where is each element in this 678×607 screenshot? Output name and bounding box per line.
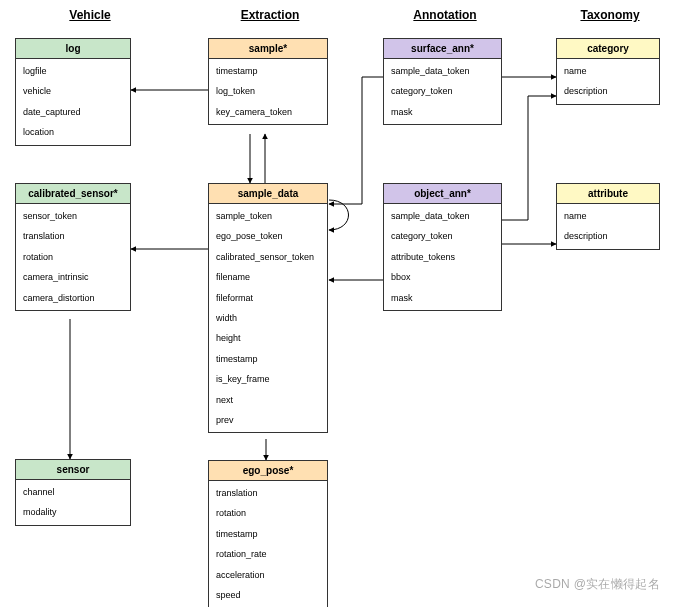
col-header-vehicle: Vehicle <box>40 8 140 22</box>
field: location <box>16 122 130 142</box>
field: rotation_rate <box>209 544 327 564</box>
field: mask <box>384 102 501 122</box>
field: sample_data_token <box>384 61 501 81</box>
entity-category-fields: name description <box>557 59 659 104</box>
entity-sensor: sensor channel modality <box>15 459 131 526</box>
col-header-extraction: Extraction <box>220 8 320 22</box>
entity-category-title: category <box>557 39 659 59</box>
entity-sensor-title: sensor <box>16 460 130 480</box>
field: category_token <box>384 81 501 101</box>
field: rotation <box>209 503 327 523</box>
entity-sample-fields: timestamp log_token key_camera_token <box>209 59 327 124</box>
field: calibrated_sensor_token <box>209 247 327 267</box>
field: description <box>557 81 659 101</box>
field: camera_intrinsic <box>16 267 130 287</box>
field: vehicle <box>16 81 130 101</box>
field: acceleration <box>209 565 327 585</box>
field: translation <box>16 226 130 246</box>
entity-sample-data-fields: sample_token ego_pose_token calibrated_s… <box>209 204 327 432</box>
field: ego_pose_token <box>209 226 327 246</box>
entity-surface-ann: surface_ann* sample_data_token category_… <box>383 38 502 125</box>
entity-sample-data-title: sample_data <box>209 184 327 204</box>
entity-sample-data: sample_data sample_token ego_pose_token … <box>208 183 328 433</box>
field: modality <box>16 502 130 522</box>
field: name <box>557 61 659 81</box>
field: channel <box>16 482 130 502</box>
entity-ego-pose: ego_pose* translation rotation timestamp… <box>208 460 328 607</box>
field: speed <box>209 585 327 605</box>
entity-calibrated-sensor-fields: sensor_token translation rotation camera… <box>16 204 130 310</box>
entity-category: category name description <box>556 38 660 105</box>
entity-ego-pose-fields: translation rotation timestamp rotation_… <box>209 481 327 607</box>
col-header-taxonomy: Taxonomy <box>560 8 660 22</box>
field: timestamp <box>209 524 327 544</box>
field: filename <box>209 267 327 287</box>
field: sensor_token <box>16 206 130 226</box>
field: next <box>209 390 327 410</box>
field: timestamp <box>209 61 327 81</box>
entity-object-ann-title: object_ann* <box>384 184 501 204</box>
field: timestamp <box>209 349 327 369</box>
field: name <box>557 206 659 226</box>
entity-surface-ann-title: surface_ann* <box>384 39 501 59</box>
field: attribute_tokens <box>384 247 501 267</box>
field: bbox <box>384 267 501 287</box>
entity-sample: sample* timestamp log_token key_camera_t… <box>208 38 328 125</box>
entity-calibrated-sensor-title: calibrated_sensor* <box>16 184 130 204</box>
entity-attribute-title: attribute <box>557 184 659 204</box>
watermark-text: CSDN @实在懒得起名 <box>535 576 660 593</box>
field: logfile <box>16 61 130 81</box>
field: sample_data_token <box>384 206 501 226</box>
entity-log-title: log <box>16 39 130 59</box>
entity-sample-title: sample* <box>209 39 327 59</box>
field: category_token <box>384 226 501 246</box>
entity-log: log logfile vehicle date_captured locati… <box>15 38 131 146</box>
entity-attribute-fields: name description <box>557 204 659 249</box>
entity-object-ann-fields: sample_data_token category_token attribu… <box>384 204 501 310</box>
field: fileformat <box>209 288 327 308</box>
field: camera_distortion <box>16 288 130 308</box>
field: height <box>209 328 327 348</box>
field: rotation <box>16 247 130 267</box>
entity-object-ann: object_ann* sample_data_token category_t… <box>383 183 502 311</box>
entity-log-fields: logfile vehicle date_captured location <box>16 59 130 145</box>
field: prev <box>209 410 327 430</box>
field: mask <box>384 288 501 308</box>
field: key_camera_token <box>209 102 327 122</box>
field: is_key_frame <box>209 369 327 389</box>
field: date_captured <box>16 102 130 122</box>
entity-calibrated-sensor: calibrated_sensor* sensor_token translat… <box>15 183 131 311</box>
entity-sensor-fields: channel modality <box>16 480 130 525</box>
field: log_token <box>209 81 327 101</box>
field: width <box>209 308 327 328</box>
col-header-annotation: Annotation <box>395 8 495 22</box>
field: description <box>557 226 659 246</box>
field: translation <box>209 483 327 503</box>
entity-ego-pose-title: ego_pose* <box>209 461 327 481</box>
entity-surface-ann-fields: sample_data_token category_token mask <box>384 59 501 124</box>
entity-attribute: attribute name description <box>556 183 660 250</box>
field: sample_token <box>209 206 327 226</box>
